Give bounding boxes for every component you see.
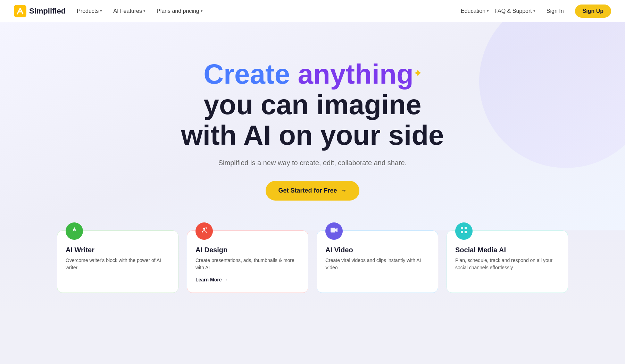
video-icon-wrapper	[325, 222, 343, 240]
design-learn-more-link[interactable]: Learn More →	[195, 277, 300, 282]
design-icon-wrapper	[195, 222, 213, 240]
logo[interactable]: Simplified	[14, 5, 66, 17]
social-card-desc: Plan, schedule, track and respond on all…	[455, 257, 559, 271]
design-icon	[200, 226, 208, 236]
video-card-title: AI Video	[325, 246, 430, 254]
svg-rect-3	[461, 227, 463, 229]
get-started-button[interactable]: Get Started for Free →	[266, 181, 359, 201]
hero-section: Create anything✦ you can imagine with AI…	[0, 22, 625, 230]
nav-education-label: Education	[461, 8, 485, 14]
hero-title-create: Create	[203, 59, 290, 90]
card-ai-design: AI Design Create presentations, ads, thu…	[187, 230, 308, 293]
writer-card-title: AI Writer	[66, 246, 170, 254]
hero-subtitle: Simplified is a new way to create, edit,…	[218, 159, 407, 167]
card-social-media: Social Media AI Plan, schedule, track an…	[447, 230, 568, 293]
video-card-desc: Create viral videos and clips instantly …	[325, 257, 430, 271]
writer-card-desc: Overcome writer's block with the power o…	[66, 257, 170, 271]
arrow-icon: →	[341, 187, 347, 194]
nav-faq[interactable]: FAQ & Support ▾	[494, 8, 535, 14]
chevron-down-icon: ▾	[533, 9, 535, 13]
hero-title-line2: you can imagine	[204, 89, 422, 120]
svg-rect-4	[465, 227, 467, 229]
svg-rect-0	[14, 5, 26, 17]
writer-icon	[70, 226, 78, 236]
chevron-down-icon: ▾	[487, 9, 489, 13]
social-card-title: Social Media AI	[455, 246, 559, 254]
chevron-down-icon: ▾	[143, 9, 145, 13]
svg-rect-6	[465, 231, 467, 233]
nav-faq-label: FAQ & Support	[494, 8, 532, 14]
signin-button[interactable]: Sign In	[541, 5, 569, 17]
design-card-title: AI Design	[195, 246, 300, 254]
hero-title-line3: with AI on your side	[181, 120, 444, 151]
svg-rect-2	[331, 228, 335, 232]
hero-title: Create anything✦ you can imagine with AI…	[181, 59, 444, 151]
nav-products-label: Products	[77, 8, 99, 14]
cta-label: Get Started for Free	[278, 187, 337, 194]
social-icon-wrapper	[455, 222, 473, 240]
svg-point-1	[203, 228, 205, 230]
design-card-desc: Create presentations, ads, thumbnails & …	[195, 257, 300, 271]
svg-rect-5	[461, 231, 463, 233]
sparkle-icon: ✦	[414, 68, 422, 79]
signup-button[interactable]: Sign Up	[575, 5, 611, 18]
nav-ai-features[interactable]: AI Features ▾	[113, 8, 145, 14]
nav-plans[interactable]: Plans and pricing ▾	[157, 8, 203, 14]
social-icon	[460, 226, 468, 236]
hero-title-anything: anything	[298, 59, 413, 90]
nav-products[interactable]: Products ▾	[77, 8, 102, 14]
navbar: Simplified Products ▾ AI Features ▾ Plan…	[0, 0, 625, 22]
card-ai-writer: AI Writer Overcome writer's block with t…	[57, 230, 178, 293]
logo-text: Simplified	[29, 7, 66, 16]
nav-ai-features-label: AI Features	[113, 8, 142, 14]
feature-cards-section: AI Writer Overcome writer's block with t…	[0, 230, 625, 314]
writer-icon-wrapper	[66, 222, 83, 240]
chevron-down-icon: ▾	[201, 9, 203, 13]
chevron-down-icon: ▾	[100, 9, 102, 13]
nav-plans-label: Plans and pricing	[157, 8, 199, 14]
nav-education[interactable]: Education ▾	[461, 8, 489, 14]
card-ai-video: AI Video Create viral videos and clips i…	[317, 230, 438, 293]
video-icon	[330, 226, 338, 236]
